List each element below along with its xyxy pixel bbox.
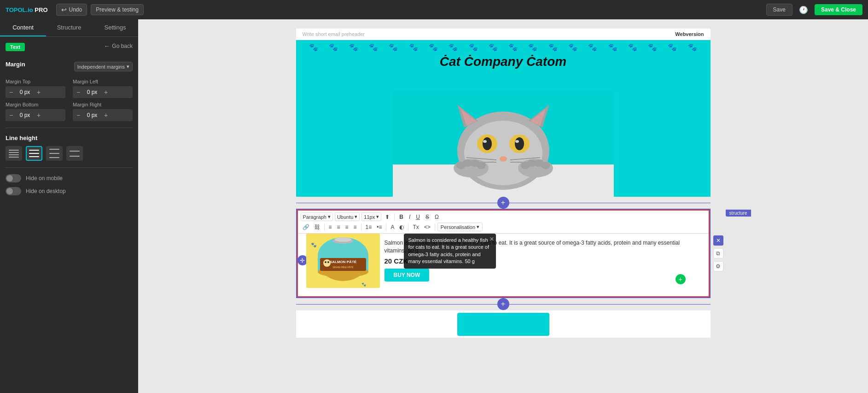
margin-bottom-decrement[interactable]: − xyxy=(6,109,17,121)
paw-icon: 🐾 xyxy=(429,43,438,52)
italic-button[interactable]: I xyxy=(407,213,412,221)
line-height-label: Line height xyxy=(6,135,133,141)
product-area: ✛ xyxy=(303,229,704,292)
unlink-button[interactable]: ⛓ xyxy=(313,223,322,231)
line-height-loose[interactable] xyxy=(46,146,63,161)
margin-bottom-increment[interactable]: + xyxy=(33,109,44,121)
tooltip-close-button[interactable]: ✕ xyxy=(489,235,494,243)
margin-left-decrement[interactable]: − xyxy=(73,86,84,98)
chevron-down-icon: ▾ xyxy=(328,214,331,220)
settings-block-button[interactable]: ⚙ xyxy=(713,261,723,271)
align-center-button[interactable]: ≡ xyxy=(335,223,342,231)
align-left-button[interactable]: ≡ xyxy=(327,223,334,231)
chevron-down-icon: ▾ xyxy=(477,224,479,230)
toolbar-row2: 🔗 ⛓ ≡ ≡ ≡ ≡ 1≡ •≡ A xyxy=(301,223,706,231)
line-height-very-loose[interactable] xyxy=(66,146,83,161)
undo-button[interactable]: ↩ Undo xyxy=(56,4,87,16)
add-block-top-button[interactable]: + xyxy=(497,197,509,209)
tab-structure[interactable]: Structure xyxy=(46,19,92,36)
margin-left-increment[interactable]: + xyxy=(100,86,111,98)
below-content-block xyxy=(296,310,711,338)
toolbar-separator2 xyxy=(324,223,325,231)
cat-hero-section: 🐾 🐾 🐾 🐾 🐾 🐾 🐾 🐾 🐾 🐾 🐾 🐾 🐾 🐾 xyxy=(296,40,711,197)
paragraph-select[interactable]: Paragraph ▾ xyxy=(301,212,333,221)
main-area: Content Structure Settings Text ← Go bac… xyxy=(0,19,868,393)
highlight-button[interactable]: ◐ xyxy=(397,223,406,231)
history-button[interactable]: 🕐 xyxy=(796,4,811,16)
chevron-down-icon: ▾ xyxy=(355,214,357,220)
margin-right-increment[interactable]: + xyxy=(100,109,111,121)
save-button[interactable]: Save xyxy=(766,4,792,16)
cat-image xyxy=(393,91,614,197)
teal-strip xyxy=(457,313,549,336)
svg-point-10 xyxy=(483,137,492,150)
preheader-placeholder[interactable]: Write short email preheader xyxy=(303,31,365,37)
undo-icon: ↩ xyxy=(61,6,67,13)
email-preheader: Write short email preheader Webversion xyxy=(296,29,711,40)
clear-format-button[interactable]: Tx xyxy=(411,223,420,231)
add-block-bottom-button[interactable]: + xyxy=(497,298,509,310)
underline-button[interactable]: U xyxy=(414,213,422,221)
hide-desktop-toggle[interactable] xyxy=(6,187,21,195)
paw-icon: 🐾 xyxy=(648,43,657,52)
size-select[interactable]: 11px ▾ xyxy=(361,212,381,221)
independent-margins-select[interactable]: Independent margins ▾ xyxy=(74,62,133,71)
margin-top-decrement[interactable]: − xyxy=(6,86,17,98)
svg-text:🐾: 🐾 xyxy=(361,282,366,287)
hide-mobile-toggle[interactable] xyxy=(6,174,21,182)
divider2 xyxy=(6,167,133,168)
ordered-list-button[interactable]: 1≡ xyxy=(364,223,374,231)
tooltip-bubble: ✕ Salmon is considered a healthy fish fo… xyxy=(404,234,496,269)
special-char-button[interactable]: Ω xyxy=(433,213,441,221)
left-panel: Content Structure Settings Text ← Go bac… xyxy=(0,19,138,393)
paw-icon: 🐾 xyxy=(548,43,558,52)
add-element-button[interactable]: + xyxy=(676,274,686,284)
strikethrough-button[interactable]: S xyxy=(424,213,431,221)
margin-right-decrement[interactable]: − xyxy=(73,109,84,121)
content-block: Paragraph ▾ Ubuntu ▾ 11px ▾ xyxy=(297,210,710,297)
svg-point-12 xyxy=(483,140,487,143)
tab-settings[interactable]: Settings xyxy=(92,19,138,36)
go-back-button[interactable]: ← Go back xyxy=(102,42,133,50)
paw-icon: 🐾 xyxy=(608,43,618,52)
unordered-list-button[interactable]: •≡ xyxy=(375,223,384,231)
line-height-medium[interactable] xyxy=(26,146,42,161)
paw-icon: 🐾 xyxy=(349,43,358,52)
margin-bottom-stepper: − 0 px + xyxy=(6,109,65,121)
margin-header: Margin Independent margins ▾ xyxy=(6,61,133,72)
text-badge: Text xyxy=(6,43,25,51)
add-block-section-top: + xyxy=(296,197,711,209)
personalisation-button[interactable]: Personalisation ▾ xyxy=(437,223,483,231)
font-select[interactable]: Ubuntu ▾ xyxy=(335,212,360,221)
line-height-compact[interactable] xyxy=(6,146,22,161)
bold-button[interactable]: B xyxy=(397,213,405,221)
upload-image-button[interactable]: ⬆ xyxy=(383,213,391,221)
align-justify-button[interactable]: ≡ xyxy=(352,223,359,231)
tab-content[interactable]: Content xyxy=(0,19,46,36)
margin-top-increment[interactable]: + xyxy=(33,86,44,98)
font-color-button[interactable]: A xyxy=(389,223,396,231)
svg-point-28 xyxy=(541,162,550,169)
svg-point-24 xyxy=(477,162,486,169)
add-block-section-bottom: + xyxy=(296,298,711,310)
link-button[interactable]: 🔗 xyxy=(301,223,311,231)
paw-icon: 🐾 xyxy=(568,43,577,52)
paw-icon: 🐾 xyxy=(389,43,398,52)
align-right-button[interactable]: ≡ xyxy=(344,223,350,231)
paw-icon: 🐾 xyxy=(628,43,637,52)
save-close-button[interactable]: Save & Close xyxy=(815,4,862,15)
preview-testing-button[interactable]: Preview & testing xyxy=(91,4,144,15)
webversion-link[interactable]: Webversion xyxy=(675,31,704,37)
email-canvas-wrapper: Write short email preheader Webversion 🐾… xyxy=(296,29,711,384)
paw-icon: 🐾 xyxy=(508,43,518,52)
close-block-button[interactable]: ✕ xyxy=(713,235,723,246)
code-button[interactable]: <> xyxy=(422,223,432,231)
svg-text:SALMON PÂTÉ: SALMON PÂTÉ xyxy=(329,260,356,264)
paw-icon: 🐾 xyxy=(329,43,338,52)
side-actions: ✕ ⧉ ⚙ xyxy=(713,235,723,271)
buy-now-button[interactable]: BUY NOW xyxy=(384,269,430,282)
paw-icon: 🐾 xyxy=(409,43,418,52)
copy-block-button[interactable]: ⧉ xyxy=(713,248,723,258)
margin-left-group: Margin Left − 0 px + xyxy=(73,79,133,98)
canvas-area[interactable]: Write short email preheader Webversion 🐾… xyxy=(138,19,868,393)
